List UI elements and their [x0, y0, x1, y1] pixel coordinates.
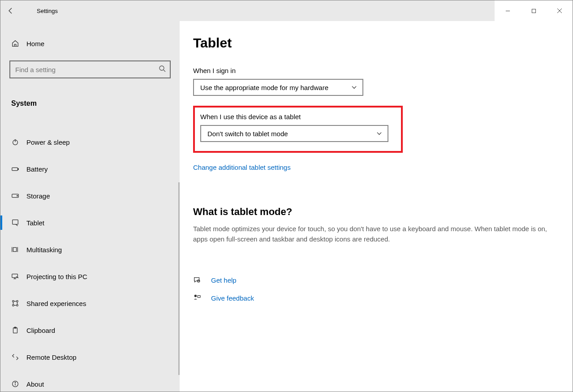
multitasking-icon [11, 246, 26, 254]
get-help-link[interactable]: Get help [211, 276, 237, 284]
shared-experiences-icon [11, 299, 26, 307]
svg-point-29 [15, 382, 15, 383]
svg-rect-9 [18, 168, 18, 170]
about-icon [11, 380, 26, 388]
help-icon: ? [193, 276, 202, 284]
svg-rect-8 [12, 168, 18, 170]
feedback-icon [193, 294, 202, 302]
clipboard-icon [11, 326, 26, 334]
signin-label: When I sign in [193, 67, 560, 74]
window-controls [495, 0, 573, 21]
sidebar-item-tablet[interactable]: Tablet [0, 209, 180, 236]
sidebar-item-label: Power & sleep [26, 138, 70, 146]
give-feedback-row[interactable]: Give feedback [193, 289, 560, 307]
sidebar-item-label: Shared experiences [26, 300, 86, 307]
tablet-icon [11, 219, 26, 227]
back-button[interactable] [0, 0, 21, 21]
what-is-heading: What is tablet mode? [193, 206, 560, 218]
projecting-icon [11, 272, 26, 280]
sidebar-item-shared-experiences[interactable]: Shared experiences [0, 290, 180, 317]
give-feedback-link[interactable]: Give feedback [211, 294, 254, 302]
svg-rect-33 [198, 296, 200, 298]
battery-icon [11, 165, 26, 173]
sidebar-item-label: Tablet [26, 219, 44, 227]
minimize-button[interactable] [495, 0, 521, 21]
home-icon [11, 39, 26, 47]
sidebar-item-label: About [26, 380, 44, 388]
sidebar-item-label: Remote Desktop [26, 353, 77, 361]
svg-point-18 [17, 301, 18, 302]
signin-dropdown[interactable]: Use the appropriate mode for my hardware [193, 79, 363, 96]
what-is-body: Tablet mode optimizes your device for to… [193, 224, 547, 244]
svg-rect-1 [532, 9, 535, 13]
change-additional-settings-link[interactable]: Change additional tablet settings [193, 164, 560, 171]
use-as-tablet-label: When I use this device as a tablet [200, 113, 388, 121]
window-title: Settings [21, 0, 58, 21]
remote-desktop-icon [11, 353, 26, 361]
sidebar-home[interactable]: Home [0, 34, 180, 52]
svg-rect-12 [13, 220, 18, 224]
chevron-down-icon [376, 130, 382, 138]
sidebar-item-remote-desktop[interactable]: Remote Desktop [0, 344, 180, 370]
use-as-tablet-dropdown-value: Don't switch to tablet mode [207, 130, 288, 138]
sidebar-item-battery[interactable]: Battery [0, 155, 180, 182]
sidebar-item-multitasking[interactable]: Multitasking [0, 236, 180, 263]
maximize-button[interactable] [521, 0, 547, 21]
page-title: Tablet [193, 35, 560, 51]
sidebar-item-label: Multitasking [26, 246, 62, 254]
sidebar-item-label: Storage [26, 192, 50, 200]
svg-point-20 [17, 305, 18, 306]
highlighted-setting: When I use this device as a tablet Don't… [193, 106, 403, 153]
get-help-row[interactable]: ? Get help [193, 271, 560, 289]
sidebar-home-label: Home [26, 40, 44, 47]
sidebar-item-label: Clipboard [26, 327, 55, 334]
svg-rect-14 [13, 248, 17, 252]
search-icon [159, 65, 166, 74]
storage-icon [11, 192, 26, 200]
svg-point-17 [13, 301, 14, 302]
sidebar-item-projecting[interactable]: Projecting to this PC [0, 263, 180, 290]
svg-text:?: ? [198, 280, 199, 282]
svg-line-5 [164, 70, 165, 72]
sidebar-item-storage[interactable]: Storage [0, 182, 180, 209]
content-area: Tablet When I sign in Use the appropriat… [180, 21, 573, 392]
svg-point-19 [13, 305, 14, 306]
title-bar: Settings [0, 0, 573, 21]
sidebar-item-clipboard[interactable]: Clipboard [0, 317, 180, 344]
sidebar-item-power-sleep[interactable]: Power & sleep [0, 129, 180, 155]
power-icon [11, 138, 26, 146]
sidebar-item-label: Battery [26, 165, 48, 173]
close-button[interactable] [547, 0, 573, 21]
chevron-down-icon [351, 84, 357, 91]
use-as-tablet-dropdown[interactable]: Don't switch to tablet mode [200, 125, 388, 142]
search-input-container[interactable] [9, 60, 171, 78]
sidebar-item-label: Projecting to this PC [26, 273, 87, 280]
sidebar: Home System Power & sleep Battery [0, 21, 180, 392]
svg-point-11 [17, 195, 18, 196]
sidebar-item-about[interactable]: About [0, 370, 180, 392]
signin-dropdown-value: Use the appropriate mode for my hardware [200, 84, 328, 91]
sidebar-section-header: System [0, 90, 180, 117]
svg-point-32 [194, 295, 197, 297]
svg-point-4 [159, 66, 164, 70]
search-input[interactable] [14, 65, 159, 74]
